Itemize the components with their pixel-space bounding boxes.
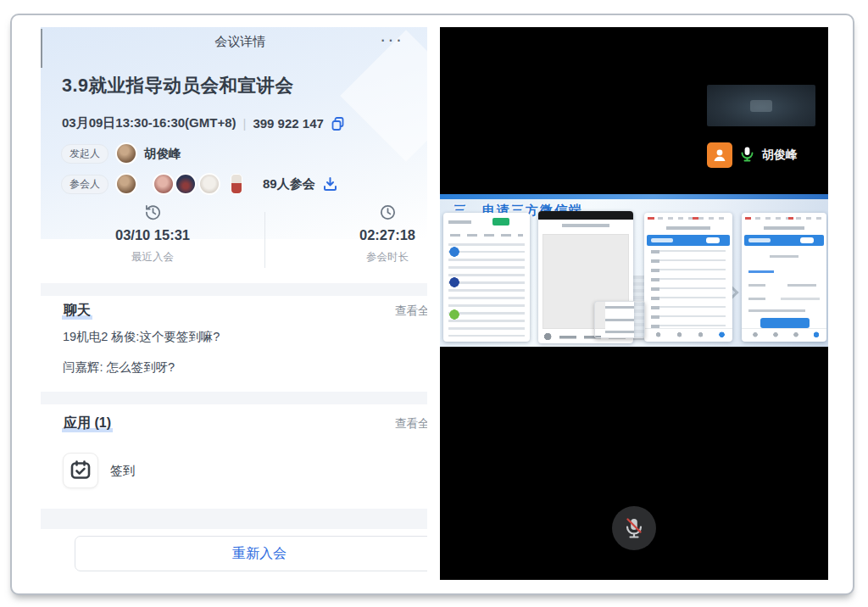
page-title: 会议详情 [214,34,265,50]
stat-label: 最近入会 [76,250,229,265]
copy-icon[interactable] [331,116,346,131]
meeting-stats: 03/10 15:31 最近入会 02:27:18 参会时长 [41,203,427,281]
slide-context-menu-mock [594,301,645,338]
phone-list-icons-mock [448,245,460,338]
participant-avatar [198,173,220,195]
phone-statusbar-mock [745,214,823,222]
phone-titlebar-mock [548,222,623,229]
meeting-detail-panel: 会议详情 ··· 3.9就业指导动员会和宣讲会 03月09日13:30-16:3… [41,27,427,580]
apps-view-all-link[interactable]: 查看全部 [395,416,427,432]
speaker-video-thumbnail[interactable] [707,85,815,126]
stat-value: 03/10 15:31 [76,227,229,243]
meeting-time-row: 03月09日13:30-16:30(GMT+8) | 399 922 147 [62,115,346,131]
meeting-time: 03月09日13:30-16:30(GMT+8) [62,115,236,131]
participants-badge: 参会人 [61,175,108,194]
meeting-id: 399 922 147 [253,116,323,131]
organizer-row: 发起人 胡俊峰 [61,142,181,164]
speaker-name-row: 胡俊峰 [707,142,798,168]
slide-phone-screenshot-1 [443,213,530,342]
participants-count: 89人参会 [263,176,315,192]
speaker-name: 胡俊峰 [762,148,798,163]
participant-avatar [231,174,242,194]
participant-avatar [175,173,197,195]
stat-label: 参会时长 [311,250,427,265]
slide-top-strip [440,194,828,199]
phone-list-mock [448,243,525,337]
footer-separator [41,509,427,529]
phone-header-mock [448,216,525,230]
section-separator [41,283,427,296]
stat-last-joined: 03/10 15:31 最近入会 [76,203,229,265]
chat-view-all-link[interactable]: 查看全部 [395,304,427,319]
participants-row[interactable]: 参会人 89人参会 [61,173,338,195]
participant-avatar [115,173,137,195]
phone-blue-header-mock [744,235,824,246]
speaker-avatar-icon [707,142,732,168]
phone-titlebar-mock [752,225,816,231]
chat-message: 19机电2 杨俊:这个要签到嘛? [63,329,220,345]
mic-active-icon [740,146,754,165]
phone-list-icons-mock [651,250,659,331]
phone-list-mock [651,250,726,331]
phone-statusbar-mock [648,214,729,222]
microphone-muted-button[interactable] [612,506,656,550]
screenshot-frame: 会议详情 ··· 3.9就业指导动员会和宣讲会 03月09日13:30-16:3… [10,14,854,595]
download-icon[interactable] [322,176,338,192]
phone-titlebar-mock [654,225,722,231]
participant-avatar [153,173,175,195]
phone-tabbar-mock [742,328,826,342]
app-label: 签到 [110,463,135,479]
organizer-avatar [115,142,137,164]
history-clock-icon [76,203,229,222]
panel-header: 会议详情 ··· [41,32,427,53]
organizer-badge: 发起人 [61,144,108,164]
stat-value: 02:27:18 [311,227,427,243]
slide-phone-screenshot-4 [742,213,826,342]
more-icon[interactable]: ··· [380,29,403,51]
phone-tabbar-mock [644,328,732,342]
meeting-title: 3.9就业指导动员会和宣讲会 [62,73,418,97]
phone-green-button-mock [492,218,509,226]
phone-statusbar-mock [538,211,633,220]
phone-blue-button-mock [760,318,810,328]
stats-divider [264,212,265,268]
video-stage: 胡俊峰 三、申请三方微信端 [440,27,828,580]
slide-phone-screenshot-3 [644,213,732,342]
phone-tabs-mock [450,233,523,238]
chat-message: 闫嘉辉: 怎么签到呀? [63,359,175,376]
stat-duration: 02:27:18 参会时长 [311,203,427,265]
chat-section-title: 聊天 [62,302,92,320]
divider: | [243,116,247,131]
section-separator [41,392,427,404]
clock-icon [311,203,427,222]
rejoin-button[interactable]: 重新入会 [75,536,427,571]
checkin-calendar-icon [63,453,98,488]
apps-section-title: 应用 (1) [62,415,113,432]
shared-screen-slide: 三、申请三方微信端 [440,194,828,347]
phone-form-mock [748,250,820,328]
app-item-checkin[interactable]: 签到 [63,453,135,488]
organizer-name: 胡俊峰 [144,146,181,162]
phone-blue-header-mock [647,235,730,246]
